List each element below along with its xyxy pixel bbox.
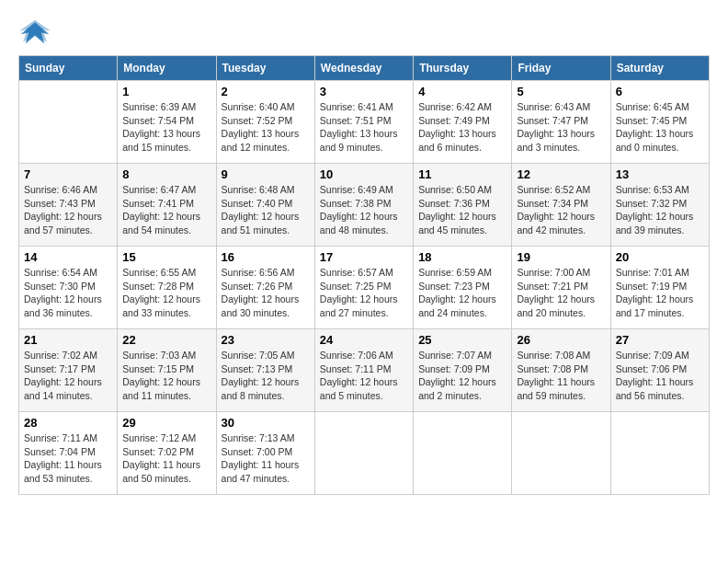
day-number: 16 [222, 250, 310, 264]
calendar-week-row: 7Sunrise: 6:46 AMSunset: 7:43 PMDaylight… [19, 164, 710, 247]
day-number: 28 [24, 416, 112, 430]
day-number: 5 [517, 85, 605, 98]
day-info: Sunrise: 6:48 AMSunset: 7:40 PMDaylight:… [222, 183, 310, 237]
calendar-cell: 26Sunrise: 7:08 AMSunset: 7:08 PMDayligh… [512, 329, 610, 412]
day-info: Sunrise: 7:12 AMSunset: 7:02 PMDaylight:… [122, 431, 210, 486]
day-number: 6 [616, 85, 704, 98]
day-number: 23 [222, 333, 310, 347]
calendar-cell: 23Sunrise: 7:05 AMSunset: 7:13 PMDayligh… [216, 329, 314, 412]
calendar-cell [19, 81, 118, 164]
day-number: 15 [122, 250, 210, 264]
day-info: Sunrise: 6:46 AMSunset: 7:43 PMDaylight:… [24, 183, 112, 237]
day-info: Sunrise: 6:42 AMSunset: 7:49 PMDaylight:… [418, 100, 506, 155]
day-number: 24 [320, 333, 408, 347]
logo-icon [18, 18, 51, 46]
day-number: 4 [418, 85, 506, 98]
day-info: Sunrise: 6:55 AMSunset: 7:28 PMDaylight:… [122, 266, 210, 320]
day-number: 29 [122, 416, 210, 430]
calendar-cell [314, 412, 413, 495]
column-header-sunday: Sunday [19, 56, 118, 81]
calendar-cell: 17Sunrise: 6:57 AMSunset: 7:25 PMDayligh… [314, 247, 413, 329]
day-number: 25 [418, 333, 506, 347]
day-number: 1 [122, 85, 210, 98]
day-info: Sunrise: 6:41 AMSunset: 7:51 PMDaylight:… [320, 100, 408, 155]
calendar-cell: 12Sunrise: 6:52 AMSunset: 7:34 PMDayligh… [512, 164, 610, 247]
day-info: Sunrise: 7:08 AMSunset: 7:08 PMDaylight:… [517, 349, 605, 403]
calendar-cell: 9Sunrise: 6:48 AMSunset: 7:40 PMDaylight… [216, 164, 314, 247]
calendar-cell: 10Sunrise: 6:49 AMSunset: 7:38 PMDayligh… [314, 164, 413, 247]
calendar-cell [512, 412, 610, 495]
calendar-cell: 20Sunrise: 7:01 AMSunset: 7:19 PMDayligh… [610, 247, 709, 329]
calendar-cell: 5Sunrise: 6:43 AMSunset: 7:47 PMDaylight… [512, 81, 610, 164]
day-info: Sunrise: 6:54 AMSunset: 7:30 PMDaylight:… [24, 266, 112, 320]
day-info: Sunrise: 6:49 AMSunset: 7:38 PMDaylight:… [320, 183, 408, 237]
day-number: 30 [222, 416, 310, 430]
day-number: 20 [616, 250, 704, 264]
calendar-header-row: SundayMondayTuesdayWednesdayThursdayFrid… [19, 56, 710, 81]
day-number: 10 [320, 167, 408, 181]
calendar-cell: 15Sunrise: 6:55 AMSunset: 7:28 PMDayligh… [118, 247, 216, 329]
day-number: 13 [616, 167, 704, 181]
calendar-cell: 13Sunrise: 6:53 AMSunset: 7:32 PMDayligh… [610, 164, 709, 247]
day-number: 14 [24, 250, 112, 264]
day-number: 26 [517, 333, 605, 347]
day-number: 9 [222, 167, 310, 181]
calendar-cell: 3Sunrise: 6:41 AMSunset: 7:51 PMDaylight… [314, 81, 413, 164]
calendar-cell: 29Sunrise: 7:12 AMSunset: 7:02 PMDayligh… [118, 412, 216, 495]
calendar-table: SundayMondayTuesdayWednesdayThursdayFrid… [18, 55, 710, 495]
day-info: Sunrise: 6:50 AMSunset: 7:36 PMDaylight:… [418, 183, 506, 237]
day-info: Sunrise: 7:03 AMSunset: 7:15 PMDaylight:… [122, 349, 210, 403]
column-header-saturday: Saturday [610, 56, 709, 81]
day-info: Sunrise: 6:40 AMSunset: 7:52 PMDaylight:… [222, 100, 310, 155]
day-info: Sunrise: 7:11 AMSunset: 7:04 PMDaylight:… [24, 431, 112, 486]
day-number: 22 [122, 333, 210, 347]
day-info: Sunrise: 7:09 AMSunset: 7:06 PMDaylight:… [616, 349, 704, 403]
day-info: Sunrise: 6:45 AMSunset: 7:45 PMDaylight:… [616, 100, 704, 155]
day-number: 8 [122, 167, 210, 181]
day-info: Sunrise: 7:07 AMSunset: 7:09 PMDaylight:… [418, 349, 506, 403]
calendar-cell: 8Sunrise: 6:47 AMSunset: 7:41 PMDaylight… [118, 164, 216, 247]
calendar-week-row: 1Sunrise: 6:39 AMSunset: 7:54 PMDaylight… [19, 81, 710, 164]
calendar-cell: 6Sunrise: 6:45 AMSunset: 7:45 PMDaylight… [610, 81, 709, 164]
day-number: 3 [320, 85, 408, 98]
calendar-cell: 22Sunrise: 7:03 AMSunset: 7:15 PMDayligh… [118, 329, 216, 412]
day-info: Sunrise: 6:59 AMSunset: 7:23 PMDaylight:… [418, 266, 506, 320]
column-header-monday: Monday [118, 56, 216, 81]
calendar-week-row: 14Sunrise: 6:54 AMSunset: 7:30 PMDayligh… [19, 247, 710, 329]
day-info: Sunrise: 7:06 AMSunset: 7:11 PMDaylight:… [320, 349, 408, 403]
calendar-cell: 7Sunrise: 6:46 AMSunset: 7:43 PMDaylight… [19, 164, 118, 247]
calendar-cell: 27Sunrise: 7:09 AMSunset: 7:06 PMDayligh… [610, 329, 709, 412]
calendar-cell: 4Sunrise: 6:42 AMSunset: 7:49 PMDaylight… [414, 81, 512, 164]
calendar-cell: 14Sunrise: 6:54 AMSunset: 7:30 PMDayligh… [19, 247, 118, 329]
calendar-cell: 2Sunrise: 6:40 AMSunset: 7:52 PMDaylight… [216, 81, 314, 164]
day-number: 21 [24, 333, 112, 347]
day-info: Sunrise: 7:01 AMSunset: 7:19 PMDaylight:… [616, 266, 704, 320]
day-info: Sunrise: 6:43 AMSunset: 7:47 PMDaylight:… [517, 100, 605, 155]
calendar-cell: 28Sunrise: 7:11 AMSunset: 7:04 PMDayligh… [19, 412, 118, 495]
calendar-cell [414, 412, 512, 495]
calendar-week-row: 21Sunrise: 7:02 AMSunset: 7:17 PMDayligh… [19, 329, 710, 412]
day-info: Sunrise: 6:47 AMSunset: 7:41 PMDaylight:… [122, 183, 210, 237]
day-number: 18 [418, 250, 506, 264]
column-header-thursday: Thursday [414, 56, 512, 81]
day-number: 17 [320, 250, 408, 264]
column-header-wednesday: Wednesday [314, 56, 413, 81]
day-info: Sunrise: 6:39 AMSunset: 7:54 PMDaylight:… [122, 100, 210, 155]
calendar-cell: 24Sunrise: 7:06 AMSunset: 7:11 PMDayligh… [314, 329, 413, 412]
calendar-cell: 18Sunrise: 6:59 AMSunset: 7:23 PMDayligh… [414, 247, 512, 329]
day-info: Sunrise: 7:05 AMSunset: 7:13 PMDaylight:… [222, 349, 310, 403]
day-info: Sunrise: 6:57 AMSunset: 7:25 PMDaylight:… [320, 266, 408, 320]
calendar-cell [610, 412, 709, 495]
calendar-cell: 11Sunrise: 6:50 AMSunset: 7:36 PMDayligh… [414, 164, 512, 247]
day-info: Sunrise: 6:56 AMSunset: 7:26 PMDaylight:… [222, 266, 310, 320]
calendar-cell: 16Sunrise: 6:56 AMSunset: 7:26 PMDayligh… [216, 247, 314, 329]
day-info: Sunrise: 7:00 AMSunset: 7:21 PMDaylight:… [517, 266, 605, 320]
day-info: Sunrise: 7:02 AMSunset: 7:17 PMDaylight:… [24, 349, 112, 403]
day-number: 11 [418, 167, 506, 181]
calendar-cell: 1Sunrise: 6:39 AMSunset: 7:54 PMDaylight… [118, 81, 216, 164]
day-number: 2 [222, 85, 310, 98]
logo [18, 18, 55, 46]
svg-marker-1 [19, 20, 51, 42]
column-header-friday: Friday [512, 56, 610, 81]
day-number: 19 [517, 250, 605, 264]
